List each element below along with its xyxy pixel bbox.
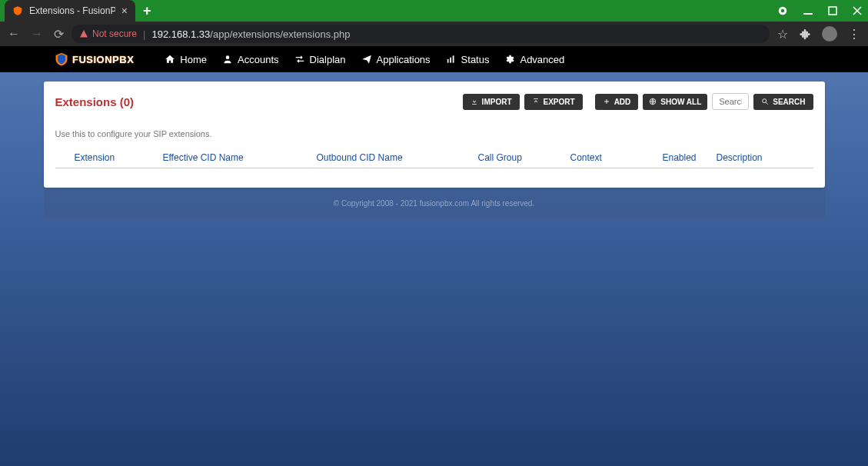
col-extension[interactable]: Extension — [75, 152, 163, 163]
col-effective-cid[interactable]: Effective CID Name — [163, 152, 317, 163]
nav-label: Accounts — [238, 54, 278, 65]
col-context[interactable]: Context — [570, 152, 663, 163]
col-outbound-cid[interactable]: Outbound CID Name — [317, 152, 478, 163]
panel-header: Extensions (0) IMPORT EXPORT ADD SHOW AL… — [55, 93, 813, 110]
url-text: 192.168.1.33/app/extensions/extensions.p… — [151, 28, 350, 40]
window-minimize-icon[interactable] — [803, 6, 813, 15]
not-secure-label: Not secure — [92, 28, 137, 39]
browser-address-bar: ← → ⟳ Not secure | 192.168.1.33/app/exte… — [0, 22, 868, 46]
window-controls — [777, 5, 862, 16]
nav-accounts[interactable]: Accounts — [222, 54, 278, 65]
panel: Extensions (0) IMPORT EXPORT ADD SHOW AL… — [44, 82, 825, 188]
search-input[interactable] — [712, 93, 749, 110]
export-button[interactable]: EXPORT — [524, 94, 583, 110]
nav-label: Dialplan — [310, 54, 346, 65]
url-box[interactable]: Not secure | 192.168.1.33/app/extensions… — [72, 25, 770, 43]
footer-copyright: © Copyright 2008 - 2021 fusionpbx.com Al… — [44, 188, 825, 219]
back-icon[interactable]: ← — [8, 27, 20, 41]
nav-label: Home — [180, 54, 207, 65]
browser-tab[interactable]: Extensions - FusionPBX × — [5, 0, 135, 22]
svg-point-4 — [226, 55, 230, 59]
window-maximize-icon[interactable] — [828, 6, 837, 15]
app-navbar: FUSIONPBX Home Accounts Dialplan Applica… — [0, 46, 868, 72]
nav-label: Applications — [377, 54, 431, 65]
btn-label: SEARCH — [773, 98, 805, 106]
media-indicator-icon[interactable] — [777, 5, 788, 16]
bookmark-star-icon[interactable]: ☆ — [777, 27, 788, 42]
col-enabled[interactable]: Enabled — [663, 152, 717, 163]
window-close-icon[interactable] — [853, 6, 862, 15]
svg-point-1 — [781, 9, 785, 13]
nav-status[interactable]: Status — [446, 54, 490, 65]
tab-title: Extensions - FusionPBX — [29, 5, 115, 16]
svg-rect-5 — [447, 59, 448, 63]
col-description[interactable]: Description — [717, 152, 763, 163]
new-tab-button[interactable]: + — [143, 3, 151, 19]
panel-actions: IMPORT EXPORT ADD SHOW ALL SEARCH — [463, 93, 813, 110]
table-header-row: Extension Effective CID Name Outbound CI… — [55, 152, 813, 168]
svg-rect-2 — [803, 13, 813, 15]
nav-dialplan[interactable]: Dialplan — [294, 54, 346, 65]
show-all-button[interactable]: SHOW ALL — [643, 94, 707, 110]
nav-arrows: ← → ⟳ — [8, 27, 64, 42]
btn-label: EXPORT — [544, 98, 575, 106]
reload-icon[interactable]: ⟳ — [54, 27, 64, 42]
btn-label: IMPORT — [482, 98, 512, 106]
browser-tabstrip: Extensions - FusionPBX × + — [0, 0, 868, 22]
page-description: Use this to configure your SIP extension… — [55, 129, 813, 138]
forward-icon[interactable]: → — [31, 27, 43, 41]
page-container: Extensions (0) IMPORT EXPORT ADD SHOW AL… — [44, 82, 825, 219]
btn-label: ADD — [614, 98, 631, 106]
not-secure-indicator[interactable]: Not secure — [79, 28, 137, 39]
tab-close-icon[interactable]: × — [121, 5, 128, 16]
nav-label: Advanced — [520, 54, 564, 65]
nav-advanced[interactable]: Advanced — [504, 54, 564, 65]
add-button[interactable]: ADD — [595, 94, 639, 110]
extensions-puzzle-icon[interactable] — [799, 28, 811, 40]
btn-label: SHOW ALL — [660, 98, 701, 106]
search-button[interactable]: SEARCH — [753, 94, 813, 110]
svg-rect-6 — [450, 58, 451, 63]
import-button[interactable]: IMPORT — [463, 94, 520, 110]
logo-shield-icon — [54, 52, 69, 67]
page-title: Extensions (0) — [55, 95, 135, 108]
logo-text: FUSIONPBX — [72, 54, 134, 65]
app-logo[interactable]: FUSIONPBX — [54, 52, 134, 67]
svg-rect-7 — [452, 55, 454, 62]
col-call-group[interactable]: Call Group — [478, 152, 570, 163]
tab-favicon — [12, 5, 23, 16]
svg-point-10 — [763, 99, 767, 103]
browser-menu-icon[interactable]: ⋮ — [848, 27, 860, 42]
nav-label: Status — [461, 54, 490, 65]
nav-home[interactable]: Home — [165, 54, 207, 65]
nav-applications[interactable]: Applications — [361, 54, 431, 65]
profile-avatar[interactable] — [822, 26, 837, 42]
svg-rect-3 — [829, 7, 836, 15]
